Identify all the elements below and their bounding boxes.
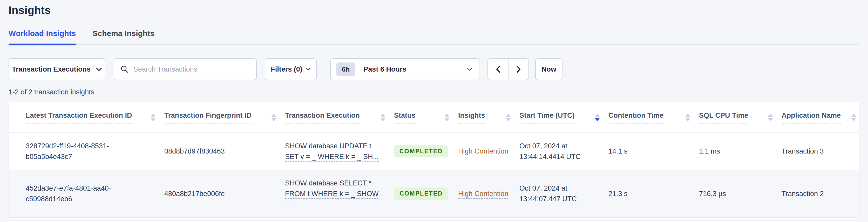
- column-header-status[interactable]: Status: [394, 112, 415, 123]
- next-range-button[interactable]: [508, 58, 529, 80]
- filters-dropdown-label: Filters (0): [271, 65, 302, 73]
- start-time: Oct 07, 2024 at 13:44:07.447 UTC: [519, 183, 599, 204]
- search-box: [114, 58, 257, 80]
- transaction-execution-link[interactable]: SHOW database UPDATE t SET v = _ WHERE k…: [285, 141, 385, 162]
- insights-page: Insights Workload Insights Schema Insigh…: [0, 0, 868, 222]
- search-input[interactable]: [133, 65, 250, 73]
- sort-toggle[interactable]: [151, 114, 155, 121]
- insight-link[interactable]: High Contention: [458, 189, 508, 199]
- column-header-start-time[interactable]: Start Time (UTC): [519, 112, 575, 123]
- chevron-down-icon: [96, 67, 102, 71]
- page-title: Insights: [8, 0, 860, 17]
- application-name: Transaction 3: [781, 147, 824, 155]
- column-header-contention-time[interactable]: Contention Time: [609, 112, 664, 123]
- start-time: Oct 07, 2024 at 13:44:14.4414 UTC: [519, 141, 599, 162]
- sort-toggle[interactable]: [506, 114, 510, 121]
- table-row: 328729d2-ff19-4408-8531-b05a5b4e43c7 08d…: [9, 133, 860, 170]
- execution-type-dropdown-label: Transaction Executions: [12, 65, 91, 73]
- contention-time: 14.1 s: [609, 147, 628, 155]
- latest-execution-id: 328729d2-ff19-4408-8531-b05a5b4e43c7: [26, 141, 140, 162]
- contention-time: 21.3 s: [609, 190, 628, 198]
- status-badge: COMPLETED: [394, 145, 448, 157]
- sort-toggle[interactable]: [851, 114, 856, 121]
- column-header-transaction-execution[interactable]: Transaction Execution: [285, 112, 360, 123]
- chevron-right-icon: [516, 65, 521, 73]
- fingerprint-id: 480a8b217be006fe: [164, 190, 225, 198]
- filters-dropdown[interactable]: Filters (0): [265, 58, 317, 80]
- chevron-down-icon: [467, 68, 472, 71]
- column-header-sql-cpu-time[interactable]: SQL CPU Time: [699, 112, 748, 123]
- now-button[interactable]: Now: [535, 58, 562, 80]
- sort-toggle[interactable]: [685, 114, 690, 121]
- transaction-execution-link[interactable]: SHOW database SELECT * FROM t WHERE k = …: [285, 178, 385, 210]
- column-header-fingerprint-id[interactable]: Transaction Fingerprint ID: [164, 112, 251, 123]
- toolbar-divider: [324, 59, 324, 80]
- time-range-label: Past 6 Hours: [363, 65, 467, 73]
- prev-range-button[interactable]: [488, 58, 508, 80]
- insight-link[interactable]: High Contention: [458, 146, 508, 157]
- application-name: Transaction 2: [781, 190, 824, 198]
- sql-cpu-time: 716.3 µs: [699, 190, 726, 198]
- results-summary: 1-2 of 2 transaction insights: [8, 88, 860, 96]
- transaction-insights-table: Latest Transaction Execution ID Transact…: [9, 102, 860, 218]
- sort-toggle[interactable]: [380, 114, 385, 121]
- insights-table-card: Latest Transaction Execution ID Transact…: [8, 102, 860, 219]
- search-icon: [120, 65, 129, 73]
- sort-toggle[interactable]: [768, 114, 773, 121]
- time-range-picker[interactable]: 6h Past 6 Hours: [330, 58, 479, 80]
- toolbar: Transaction Executions Filters (0) 6h Pa…: [8, 58, 860, 80]
- status-badge: COMPLETED: [394, 188, 448, 200]
- fingerprint-id: 08d8b7d97f830463: [164, 147, 225, 155]
- sort-toggle-active-desc[interactable]: [595, 114, 599, 121]
- chevron-left-icon: [496, 65, 501, 73]
- time-range-pager: [488, 58, 529, 80]
- time-range-badge: 6h: [336, 63, 355, 76]
- latest-execution-id: 452da3e7-e7fa-4801-aa40-c59988d14eb6: [26, 183, 140, 204]
- execution-type-dropdown[interactable]: Transaction Executions: [8, 58, 105, 80]
- insights-tabbar: Workload Insights Schema Insights: [8, 29, 860, 45]
- column-header-application-name[interactable]: Application Name: [781, 112, 841, 123]
- table-row: 452da3e7-e7fa-4801-aa40-c59988d14eb6 480…: [9, 170, 860, 218]
- chevron-down-icon: [306, 68, 311, 71]
- column-header-latest-execution-id[interactable]: Latest Transaction Execution ID: [26, 112, 132, 123]
- sql-cpu-time: 1.1 ms: [699, 147, 720, 155]
- tab-schema-insights[interactable]: Schema Insights: [92, 29, 154, 44]
- sort-toggle[interactable]: [445, 114, 449, 121]
- table-header-row: Latest Transaction Execution ID Transact…: [9, 102, 860, 133]
- tab-workload-insights[interactable]: Workload Insights: [8, 29, 76, 44]
- sort-toggle[interactable]: [272, 114, 276, 121]
- column-header-insights[interactable]: Insights: [458, 112, 485, 123]
